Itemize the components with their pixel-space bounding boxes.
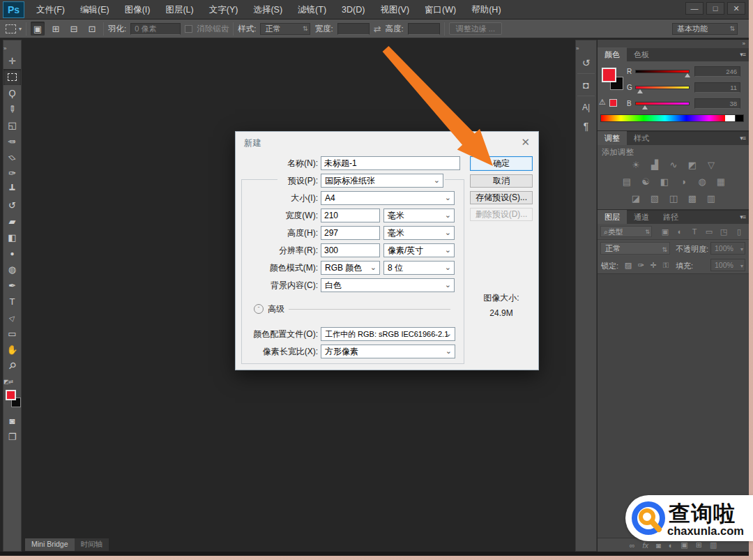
menu-image[interactable]: 图像(I) (117, 0, 158, 20)
height-field[interactable] (408, 23, 440, 35)
red-slider[interactable] (635, 70, 690, 73)
screen-mode-button[interactable] (3, 429, 21, 445)
zoom-tool[interactable] (3, 358, 21, 374)
invert-button[interactable] (629, 192, 643, 204)
resolution-unit-select[interactable]: 像素/英寸 (383, 243, 455, 257)
tab-swatches[interactable]: 色板 (627, 47, 656, 61)
resolution-input[interactable] (321, 243, 380, 257)
intersect-selection-button[interactable] (85, 22, 99, 36)
tab-layers[interactable]: 图层 (598, 210, 627, 224)
advanced-toggle[interactable] (254, 304, 264, 314)
pen-tool[interactable] (3, 278, 21, 294)
lasso-tool[interactable] (3, 85, 21, 101)
new-layer-icon[interactable] (696, 540, 702, 550)
color-mode-select[interactable]: RGB 颜色 (321, 261, 380, 275)
background-contents-select[interactable]: 白色 (321, 278, 455, 292)
move-tool[interactable] (3, 53, 21, 69)
swap-dimensions-icon[interactable] (374, 24, 381, 34)
vibrance-button[interactable] (704, 159, 718, 170)
red-value-field[interactable]: 246 (694, 66, 740, 77)
close-button[interactable] (727, 2, 745, 15)
properties-panel-button[interactable] (576, 75, 596, 94)
menu-file[interactable]: 文件(F) (29, 0, 73, 20)
channel-mixer-button[interactable] (695, 176, 709, 187)
filter-adjustment-layers-button[interactable] (674, 226, 686, 237)
black-white-button[interactable] (657, 176, 671, 187)
brightness-contrast-button[interactable] (629, 159, 643, 170)
filter-toggle-button[interactable] (734, 226, 744, 237)
layer-style-icon[interactable]: fx (642, 541, 648, 550)
lock-position-button[interactable] (648, 260, 659, 271)
selective-color-button[interactable] (704, 192, 718, 204)
width-field[interactable] (337, 23, 370, 35)
opacity-field[interactable]: 100% (710, 242, 745, 255)
subtract-from-selection-button[interactable] (67, 22, 81, 36)
path-selection-tool[interactable] (3, 310, 21, 326)
delete-layer-icon[interactable] (710, 540, 717, 550)
hue-saturation-button[interactable] (620, 176, 634, 187)
tab-channels[interactable]: 通道 (627, 210, 656, 224)
antialias-checkbox[interactable] (185, 25, 192, 33)
gamut-warning-icon[interactable] (599, 98, 606, 107)
add-to-selection-button[interactable] (49, 22, 63, 36)
eraser-tool[interactable] (3, 213, 21, 229)
gradient-map-button[interactable] (685, 192, 699, 204)
save-preset-button[interactable]: 存储预设(S)... (470, 191, 533, 204)
spot-healing-brush-tool[interactable] (3, 149, 21, 165)
tab-paths[interactable]: 路径 (656, 210, 685, 224)
foreground-color-swatch[interactable] (6, 390, 16, 400)
cancel-button[interactable]: 取消 (470, 174, 533, 188)
clone-stamp-tool[interactable] (3, 181, 21, 197)
tool-preset-picker[interactable] (6, 24, 22, 33)
fill-field[interactable]: 100% (710, 259, 745, 271)
type-tool[interactable] (3, 294, 21, 310)
eyedropper-tool[interactable] (3, 133, 21, 149)
blue-value-field[interactable]: 38 (694, 98, 740, 109)
green-value-field[interactable]: 11 (694, 82, 740, 93)
lock-transparent-button[interactable] (623, 260, 634, 271)
bit-depth-select[interactable]: 8 位 (383, 261, 455, 275)
menu-filter[interactable]: 滤镜(T) (290, 0, 334, 20)
collapse-panel-icon[interactable] (3, 44, 8, 53)
panel-menu-icon[interactable] (740, 213, 745, 220)
filter-type-layers-button[interactable] (688, 226, 701, 237)
crop-tool[interactable] (3, 117, 21, 133)
menu-select[interactable]: 选择(S) (245, 0, 290, 20)
color-balance-button[interactable] (639, 176, 653, 187)
menu-3d[interactable]: 3D(D) (334, 0, 372, 20)
rectangle-shape-tool[interactable] (3, 326, 21, 342)
panel-menu-icon[interactable] (740, 51, 745, 58)
color-profile-select[interactable]: 工作中的 RGB: sRGB IEC61966-2.1 (321, 327, 455, 341)
tab-color[interactable]: 颜色 (598, 47, 627, 61)
brush-tool[interactable] (3, 165, 21, 181)
refine-edge-button[interactable]: 调整边缘 ... (449, 22, 502, 35)
filter-pixel-layers-button[interactable] (659, 226, 671, 237)
dialog-close-icon[interactable] (521, 136, 530, 149)
levels-button[interactable] (648, 159, 662, 170)
panel-menu-icon[interactable] (740, 135, 745, 142)
gradient-tool[interactable] (3, 229, 21, 245)
foreground-color-swatch[interactable] (602, 68, 616, 82)
gamut-color-swatch[interactable] (609, 99, 617, 107)
feather-field[interactable]: 0 像素 (130, 23, 181, 35)
green-slider[interactable] (635, 86, 690, 89)
height-input[interactable] (321, 226, 380, 240)
preset-select[interactable]: 国际标准纸张 (321, 174, 443, 188)
color-lookup-button[interactable] (714, 176, 728, 187)
workspace-select[interactable]: 基本功能 (672, 23, 738, 35)
history-panel-button[interactable] (576, 53, 596, 72)
quick-selection-tool[interactable] (3, 101, 21, 117)
blue-slider[interactable] (635, 102, 690, 105)
lock-pixels-button[interactable] (635, 260, 646, 271)
size-select[interactable]: A4 (321, 191, 455, 205)
character-panel-button[interactable] (576, 98, 596, 116)
history-brush-tool[interactable] (3, 197, 21, 213)
expand-panels-icon[interactable] (576, 45, 581, 53)
swap-colors-icon[interactable] (3, 378, 13, 386)
pixel-aspect-select[interactable]: 方形像素 (321, 345, 455, 358)
width-unit-select[interactable]: 毫米 (383, 209, 455, 222)
posterize-button[interactable] (648, 192, 662, 204)
blur-tool[interactable] (3, 245, 21, 262)
tab-mini-bridge[interactable]: Mini Bridge (25, 538, 75, 551)
filter-smart-objects-button[interactable] (717, 226, 730, 237)
